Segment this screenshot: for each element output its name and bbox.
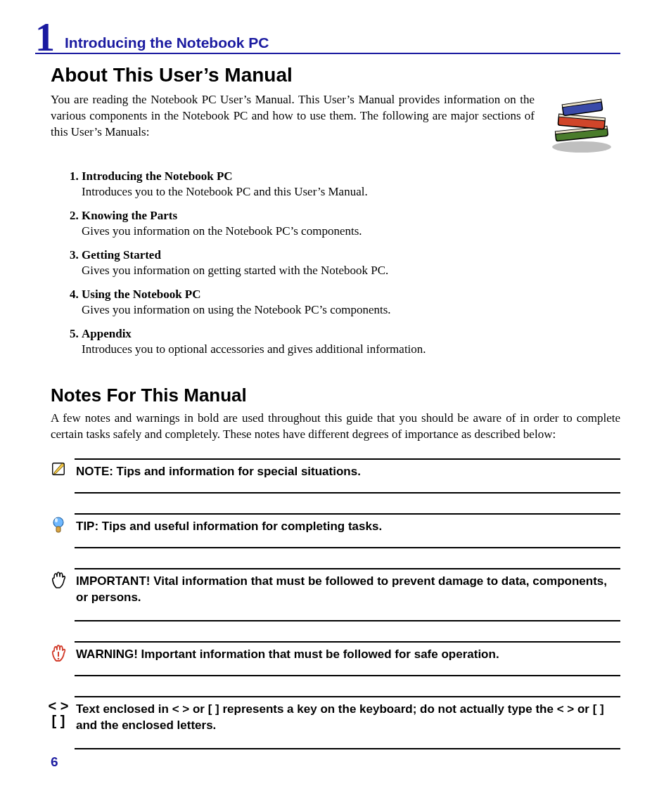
hand-stop-icon — [48, 568, 69, 589]
chapter-header: 1 Introducing the Notebook PC — [35, 21, 620, 54]
chapter-number: 1 — [35, 24, 55, 51]
warning-hand-icon — [48, 641, 69, 662]
square-bracket-symbol: [ ] — [52, 714, 65, 728]
svg-rect-9 — [56, 527, 60, 532]
callout-warning: WARNING! Important information that must… — [48, 641, 620, 676]
svg-point-10 — [55, 518, 58, 522]
svg-point-0 — [552, 141, 611, 153]
section-desc: Introduces you to the Notebook PC and th… — [82, 185, 620, 199]
section-title: Introducing the Notebook PC — [82, 169, 233, 183]
about-intro: You are reading the Notebook PC User’s M… — [51, 92, 535, 141]
section-desc: Gives you information on using the Noteb… — [82, 303, 620, 317]
notes-intro: A few notes and warnings in bold are use… — [51, 411, 620, 443]
lightbulb-icon — [48, 513, 69, 537]
page-number: 6 — [51, 754, 58, 770]
callout-note: NOTE: Tips and information for special s… — [48, 458, 620, 494]
list-item: Using the Notebook PC Gives you informat… — [82, 288, 620, 317]
section-title: Knowing the Parts — [82, 209, 177, 222]
sections-list: Introducing the Notebook PC Introduces y… — [51, 169, 620, 356]
section-title: Getting Started — [82, 248, 161, 262]
list-item: Appendix Introduces you to optional acce… — [82, 327, 620, 356]
section-title: Using the Notebook PC — [82, 288, 201, 301]
section-title: Appendix — [82, 327, 132, 340]
section-desc: Gives you information on getting started… — [82, 264, 620, 278]
svg-point-8 — [53, 517, 63, 527]
section-desc: Gives you information on the Notebook PC… — [82, 224, 620, 238]
key-brackets-icon: < > [ ] — [48, 696, 69, 728]
angle-bracket-symbol: < > — [49, 699, 69, 714]
section-desc: Introduces you to optional accessories a… — [82, 342, 620, 356]
svg-point-12 — [58, 657, 60, 659]
callout-important: IMPORTANT! Vital information that must b… — [48, 568, 620, 621]
about-heading: About This User’s Manual — [51, 64, 620, 86]
callout-text: Text enclosed in < > or [ ] represents a… — [75, 696, 620, 749]
list-item: Introducing the Notebook PC Introduces y… — [82, 169, 620, 199]
callout-text: WARNING! Important information that must… — [75, 641, 620, 676]
chapter-title: Introducing the Notebook PC — [65, 34, 269, 51]
note-icon — [48, 458, 69, 477]
list-item: Getting Started Gives you information on… — [82, 248, 620, 278]
list-item: Knowing the Parts Gives you information … — [82, 209, 620, 238]
callout-text: IMPORTANT! Vital information that must b… — [75, 568, 620, 621]
callout-tip: TIP: Tips and useful information for com… — [48, 513, 620, 548]
callout-text: NOTE: Tips and information for special s… — [75, 458, 620, 494]
callout-text: TIP: Tips and useful information for com… — [75, 513, 620, 548]
books-icon — [543, 92, 620, 158]
callout-keys: < > [ ] Text enclosed in < > or [ ] repr… — [48, 696, 620, 749]
notes-heading: Notes For This Manual — [51, 385, 620, 406]
